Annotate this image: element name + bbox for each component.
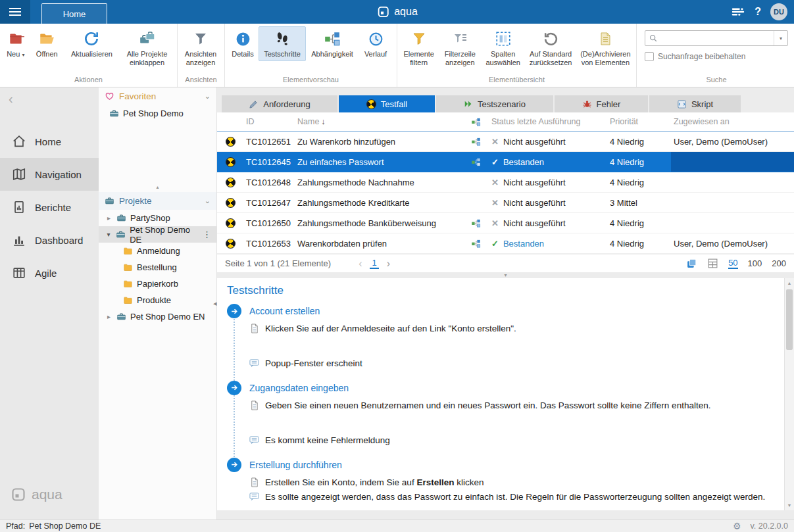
requirement-pen-icon	[249, 99, 259, 109]
main-content: Anforderung Testfall Testszenario Fehler…	[217, 87, 794, 520]
chevron-down-icon[interactable]: ⌄	[205, 92, 211, 101]
network-status-icon[interactable]	[731, 5, 745, 19]
open-button[interactable]: Öffnen	[30, 26, 64, 61]
sidebar-item-agile[interactable]: Agile	[0, 256, 99, 289]
favorites-header[interactable]: Favoriten ⌄	[99, 87, 216, 105]
chevron-down-icon[interactable]: ⌄	[205, 197, 211, 205]
cell-status: ✕Nicht ausgeführt	[489, 218, 607, 228]
header-id[interactable]: ID	[243, 117, 295, 126]
testcase-icon	[217, 218, 243, 228]
sidebar-item-navigation[interactable]: Navigation	[0, 158, 99, 191]
new-button[interactable]: Neu ▾	[2, 26, 30, 61]
search-dropdown-icon[interactable]: ▾	[774, 36, 787, 41]
item-menu-icon[interactable]: ⋮	[203, 230, 216, 239]
user-avatar[interactable]: DU	[770, 3, 787, 20]
tree-item-partyshop[interactable]: ▸ PartyShop	[99, 210, 216, 226]
tab-fehler[interactable]: Fehler	[555, 95, 648, 112]
cell-zugewiesen: User, Demo (DemoUser)	[671, 137, 794, 147]
view-table-icon[interactable]	[707, 258, 718, 269]
scenario-arrows-icon	[464, 99, 473, 109]
view-cards-icon[interactable]	[686, 258, 697, 269]
testcase-icon	[217, 198, 243, 208]
scroll-up-icon[interactable]: ▲	[785, 278, 794, 288]
sidebar-item-label: Dashboard	[35, 235, 83, 246]
tab-label: Skript	[691, 99, 713, 109]
tab-home-label: Home	[63, 9, 86, 19]
scroll-down-icon[interactable]: ▼	[785, 500, 794, 510]
search-input[interactable]	[661, 32, 774, 45]
ribbon-group-label: Suche	[637, 76, 794, 87]
page-size-200[interactable]: 200	[772, 258, 786, 268]
keep-search-checkbox[interactable]	[645, 52, 654, 61]
pager-prev-icon[interactable]: ‹	[359, 258, 362, 270]
show-views-button[interactable]: Ansichten anzeigen	[180, 26, 222, 70]
sidebar-item-dashboard[interactable]: Dashboard	[0, 224, 99, 256]
expander-icon[interactable]: ▸	[105, 313, 112, 320]
tree-item-pet-shop-demo-de[interactable]: ▾ Pet Shop Demo DE ⋮	[99, 226, 216, 243]
table-row[interactable]: TC1012648 Zahlungsmethode Nachnahme ✕Nic…	[217, 172, 794, 193]
teststep-title-link[interactable]: Erstellung durchführen	[249, 460, 342, 470]
teststep-title-link[interactable]: Account erstellen	[249, 306, 320, 316]
step-expected: Popup-Fenster erscheint	[249, 358, 794, 370]
project-explorer: Favoriten ⌄ Pet Shop Demo ▴ Projekte ⌄ ▸…	[99, 87, 217, 520]
pager-next-icon[interactable]: ›	[387, 258, 390, 270]
choose-columns-button[interactable]: Spalten auswählen	[482, 26, 524, 70]
tab-testszenario[interactable]: Testszenario	[436, 95, 553, 112]
settings-gear-icon[interactable]: ⚙	[733, 521, 741, 531]
page-size-50[interactable]: 50	[728, 258, 737, 269]
tree-item-anmeldung[interactable]: Anmeldung	[99, 243, 216, 259]
refresh-button[interactable]: Aktualisieren	[64, 26, 119, 61]
testcase-table: ID Name↓ Status letzte Ausführung Priori…	[217, 112, 794, 272]
cell-name: Zahlungsmethode Banküberweisung	[295, 218, 462, 228]
reset-default-button[interactable]: Auf Standard zurücksetzen	[524, 26, 576, 70]
teststeps-button[interactable]: Testschritte	[259, 26, 306, 61]
details-button[interactable]: Details	[227, 26, 259, 61]
help-icon[interactable]: ?	[755, 6, 761, 18]
header-prioritaet[interactable]: Priorität	[607, 117, 671, 126]
ribbon-group-ansichten: Ansichten anzeigen Ansichten	[178, 24, 225, 87]
table-row-selected[interactable]: TC1012645 Zu einfaches Passwort ✓Bestand…	[217, 152, 794, 172]
history-button[interactable]: Verlauf	[359, 26, 393, 61]
panel-splitter-handle[interactable]: ▴	[99, 182, 216, 192]
table-row[interactable]: TC1012650 Zahlungsmethode Banküberweisun…	[217, 213, 794, 233]
table-row[interactable]: TC1012653 Warenkorbdaten prüfen ✓Bestand…	[217, 233, 794, 254]
cell-prioritaet: 4 Niedrig	[607, 239, 671, 249]
tree-item-pet-shop-demo-en[interactable]: ▸ Pet Shop Demo EN	[99, 308, 216, 325]
not-executed-icon: ✕	[491, 137, 499, 147]
tab-testfall[interactable]: Testfall	[339, 95, 435, 112]
tab-home-top[interactable]: Home	[41, 3, 107, 24]
filter-row-button[interactable]: Filterzeile anzeigen	[439, 26, 482, 70]
tree-item-produkte[interactable]: Produkte	[99, 292, 216, 308]
collapse-all-projects-button[interactable]: Alle Projekte einklappen	[119, 26, 175, 70]
favorite-item-pet-shop-demo[interactable]: Pet Shop Demo	[99, 105, 216, 122]
expander-icon[interactable]: ▸	[105, 214, 112, 222]
header-status[interactable]: Status letzte Ausführung	[489, 117, 607, 126]
scrollbar-thumb[interactable]	[786, 289, 793, 350]
vertical-scrollbar[interactable]: ▲ ▼	[784, 278, 794, 510]
folder-icon	[123, 295, 133, 305]
tree-item-bestellung[interactable]: Bestellung	[99, 259, 216, 276]
filter-items-button[interactable]: Elemente filtern	[399, 26, 439, 70]
header-zugewiesen[interactable]: Zugewiesen an	[671, 117, 794, 126]
preview-collapse-handle[interactable]: ▾	[217, 272, 794, 278]
hamburger-menu-icon[interactable]	[0, 0, 30, 24]
header-name[interactable]: Name↓	[295, 117, 462, 126]
expander-icon[interactable]: ▾	[105, 231, 112, 238]
tab-anforderung[interactable]: Anforderung	[222, 95, 337, 112]
tab-skript[interactable]: Skript	[649, 95, 741, 112]
sidebar-item-berichte[interactable]: Berichte	[0, 191, 99, 224]
page-size-100[interactable]: 100	[748, 258, 762, 268]
header-dependency-icon[interactable]	[462, 117, 489, 127]
table-row[interactable]: TC1012651 Zu Warenkorb hinzufügen ✕Nicht…	[217, 132, 794, 152]
explorer-collapse-icon[interactable]: ◂	[213, 299, 217, 308]
table-row[interactable]: TC1012647 Zahlungsmethode Kreditkarte ✕N…	[217, 193, 794, 213]
sidebar-collapse-icon[interactable]: ‹	[9, 91, 13, 107]
sidebar-item-home[interactable]: Home	[0, 125, 99, 158]
pager-page-1[interactable]: 1	[370, 258, 378, 269]
teststep-title-link[interactable]: Zugangsdaten eingeben	[249, 383, 349, 393]
dependency-button[interactable]: Abhängigkeit	[306, 26, 359, 61]
archive-button[interactable]: (De)Archivieren von Elementen	[577, 26, 634, 70]
favorites-label: Favoriten	[119, 91, 200, 101]
tree-item-papierkorb[interactable]: Papierkorb	[99, 276, 216, 292]
projects-header[interactable]: Projekte ⌄	[99, 192, 216, 210]
